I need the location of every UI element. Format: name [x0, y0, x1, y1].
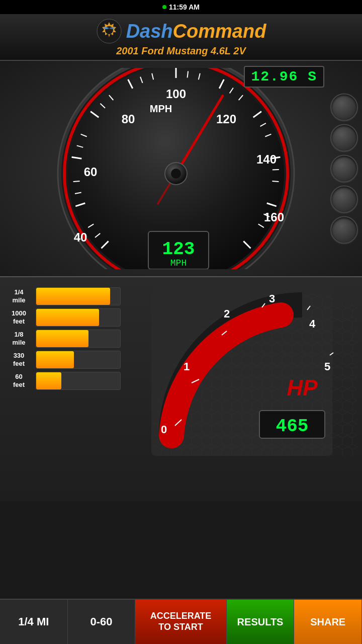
bar-track-quarter	[36, 287, 121, 305]
bar-track-330ft	[36, 351, 121, 369]
right-buttons	[330, 94, 358, 244]
bar-fill-quarter	[36, 288, 110, 305]
gauge-section: 0 20 40 60 80 100 MPH 120 140 160 180 20…	[0, 61, 362, 277]
app-header: DashCommand 2001 Ford Mustang 4.6L 2V	[0, 14, 362, 61]
bar-fill-60ft	[36, 372, 61, 389]
bar-row-60ft: 60feet	[5, 372, 121, 390]
logo-dash: Dash	[126, 21, 173, 42]
tab-0-60[interactable]: 0-60	[68, 600, 136, 644]
hp-section: 0 1 2 3 4 5 HP 465	[127, 285, 357, 496]
performance-bars: 1/4mile 1000feet 1/8mile 330feet 60feet	[5, 285, 121, 496]
accelerate-button[interactable]: ACCELERATETO START	[135, 600, 226, 644]
bar-row-quarter-mile: 1/4mile	[5, 287, 121, 305]
speed-label-60: 60	[84, 165, 98, 179]
bar-fill-eighth	[36, 330, 88, 347]
bar-label-quarter: 1/4mile	[5, 288, 33, 304]
right-btn-2[interactable]	[330, 124, 358, 152]
app-logo-icon	[96, 18, 122, 44]
timer-display: 12.96 S	[244, 66, 324, 88]
bar-track-eighth	[36, 330, 121, 348]
share-button[interactable]: SHARE	[294, 600, 362, 644]
bar-fill-1000ft	[36, 309, 99, 326]
hp-scale-2: 2	[224, 307, 230, 320]
speed-label-80: 80	[122, 112, 135, 126]
bar-label-330ft: 330feet	[5, 352, 33, 367]
hp-scale-1: 1	[184, 360, 190, 373]
bottom-navigation: 1/4 MI 0-60 ACCELERATETO START RESULTS S…	[0, 599, 362, 644]
svg-line-12	[73, 181, 80, 182]
signal-dot	[162, 5, 166, 9]
bar-label-1000ft: 1000feet	[5, 309, 33, 325]
speed-label-180: 180	[251, 268, 272, 269]
bar-row-330ft: 330feet	[5, 351, 121, 369]
car-title: 2001 Ford Mustang 4.6L 2V	[116, 45, 246, 57]
logo-command: Command	[173, 21, 266, 42]
speed-label-160: 160	[264, 210, 284, 224]
right-btn-1[interactable]	[330, 94, 358, 121]
speed-label-140: 140	[256, 152, 277, 166]
speed-label-100: 100	[166, 87, 186, 101]
bar-label-eighth: 1/8mile	[5, 331, 33, 346]
right-btn-4[interactable]	[330, 186, 358, 213]
bar-row-1000ft: 1000feet	[5, 308, 121, 327]
bar-track-60ft	[36, 372, 121, 390]
hp-gauge-svg: 0 1 2 3 4 5 HP 465	[127, 285, 357, 456]
speed-unit-label: MPH	[150, 103, 172, 114]
digital-speed: 123	[162, 239, 195, 260]
logo-text: DashCommand	[126, 21, 266, 42]
hp-value-text: 465	[276, 416, 309, 437]
right-btn-5[interactable]	[330, 216, 358, 244]
time-display: 11:59 AM	[169, 3, 200, 11]
hp-scale-5: 5	[324, 360, 330, 373]
speed-label-120: 120	[216, 112, 236, 126]
bar-track-1000ft	[36, 308, 121, 327]
svg-line-33	[272, 181, 279, 182]
hp-scale-4: 4	[309, 317, 316, 330]
lower-section: 1/4mile 1000feet 1/8mile 330feet 60feet	[0, 277, 362, 501]
speedometer-container: 0 20 40 60 80 100 MPH 120 140 160 180 20…	[35, 65, 327, 272]
digital-unit: MPH	[170, 258, 187, 268]
svg-line-32	[273, 170, 279, 170]
status-bar: 11:59 AM	[0, 0, 362, 14]
needle-center	[171, 169, 181, 179]
tab-quarter-mile[interactable]: 1/4 MI	[0, 600, 68, 644]
bar-row-eighth-mile: 1/8mile	[5, 330, 121, 348]
hp-scale-0: 0	[161, 423, 167, 436]
logo-area: DashCommand	[96, 18, 266, 44]
hp-scale-3: 3	[269, 292, 275, 305]
hp-text-label: HP	[287, 375, 318, 400]
right-btn-3[interactable]	[330, 155, 358, 183]
bar-label-60ft: 60feet	[5, 373, 33, 388]
speedometer-svg: 0 20 40 60 80 100 MPH 120 140 160 180 20…	[40, 68, 322, 269]
results-button[interactable]: RESULTS	[227, 600, 295, 644]
bar-fill-330ft	[36, 351, 74, 368]
speed-label-40: 40	[74, 230, 87, 244]
